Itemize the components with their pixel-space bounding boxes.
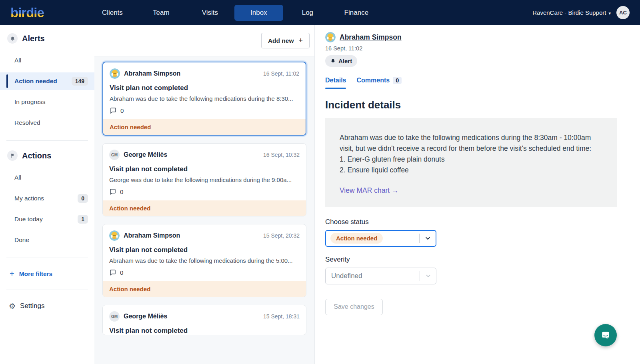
bell-icon: [330, 58, 336, 64]
sidebar-item-alerts-in-progress[interactable]: In progress: [0, 93, 94, 111]
choose-status-label: Choose status: [325, 218, 617, 226]
sidebar-divider: [6, 290, 88, 290]
nav-item-log[interactable]: Log: [283, 5, 332, 21]
sidebar-item-done[interactable]: Done: [0, 231, 94, 249]
client-name-link[interactable]: Abraham Simpson: [340, 33, 402, 42]
comment-icon: [109, 188, 116, 195]
tab-details[interactable]: Details: [325, 77, 346, 89]
comment-count: 0: [120, 269, 123, 276]
card-title: Visit plan not completed: [109, 246, 300, 254]
sidebar-item-my-actions[interactable]: My actions 0: [0, 190, 94, 207]
client-avatar: [109, 230, 120, 241]
view-mar-chart-link[interactable]: View MAR chart →: [340, 186, 399, 195]
settings-button[interactable]: ⚙ Settings: [0, 296, 94, 316]
comment-count: 0: [120, 107, 124, 114]
due-today-count-badge: 1: [78, 215, 88, 224]
card-timestamp: 16 Sept, 10:32: [263, 152, 300, 158]
gear-icon: ⚙: [9, 302, 16, 310]
nav-item-visits[interactable]: Visits: [186, 5, 234, 21]
bell-icon: [7, 33, 18, 44]
more-filters-button[interactable]: + More filters: [0, 264, 94, 284]
chat-widget-button[interactable]: [594, 324, 617, 346]
sidebar-item-alerts-action-needed[interactable]: Action needed 149: [0, 72, 94, 90]
arrow-right-icon: →: [392, 186, 399, 194]
card-title: Visit plan not completed: [110, 84, 299, 92]
card-status-badge: Action needed: [103, 281, 306, 297]
incident-details-box: Abraham was due to take the following me…: [325, 118, 617, 207]
comments-count-badge: 0: [393, 77, 402, 84]
alert-card[interactable]: GM George Méliès 16 Sept, 10:32 Visit pl…: [102, 143, 306, 216]
sidebar-item-alerts-all[interactable]: All: [0, 52, 94, 69]
user-avatar[interactable]: AC: [616, 6, 630, 19]
card-client-name: Abraham Simpson: [124, 232, 180, 239]
client-avatar-initials: GM: [109, 311, 120, 322]
my-actions-count-badge: 0: [78, 194, 88, 203]
card-status-badge: Action needed: [103, 200, 306, 216]
alert-card-list: Abraham Simpson 16 Sept, 11:02 Visit pla…: [94, 56, 314, 364]
card-timestamp: 16 Sept, 11:02: [263, 70, 299, 77]
comment-icon: [109, 269, 116, 276]
card-title: Visit plan not completed: [109, 165, 300, 173]
sidebar-item-due-today[interactable]: Due today 1: [0, 210, 94, 228]
alert-card[interactable]: Abraham Simpson 16 Sept, 11:02 Visit pla…: [102, 62, 306, 136]
comment-icon: [110, 107, 117, 114]
alert-card[interactable]: Abraham Simpson 15 Sept, 20:32 Visit pla…: [102, 224, 306, 297]
filters-sidebar: Alerts All Action needed 149 In progress…: [0, 25, 94, 364]
card-status-badge: Action needed: [103, 119, 306, 135]
card-preview: George was due to take the following med…: [109, 176, 300, 183]
client-avatar-initials: GM: [109, 150, 120, 160]
nav-item-team[interactable]: Team: [137, 5, 186, 21]
client-avatar: [325, 32, 336, 42]
incident-details-heading: Incident details: [325, 99, 617, 111]
org-name: RavenCare - Birdie Support: [532, 9, 606, 16]
alert-card[interactable]: GM George Méliès 15 Sept, 18:31 Visit pl…: [102, 305, 306, 335]
card-client-name: George Méliès: [124, 151, 167, 158]
save-changes-button[interactable]: Save changes: [325, 299, 383, 315]
alert-type-badge: Alert: [325, 55, 357, 67]
status-value-pill: Action needed: [330, 233, 383, 244]
incident-medication-1: 1. Ener-G gluten free plain donuts: [340, 154, 603, 165]
severity-select[interactable]: Undefined: [325, 268, 436, 284]
card-preview: Abraham was due to take the following me…: [109, 257, 300, 264]
alert-list-column: Add new +: [94, 25, 314, 364]
card-client-name: Abraham Simpson: [124, 70, 180, 77]
actions-section-title: Actions: [22, 151, 51, 160]
birdie-logo: birdie: [10, 5, 44, 20]
plus-icon: +: [10, 269, 14, 278]
client-avatar: [110, 68, 120, 79]
tab-comments[interactable]: Comments 0: [356, 77, 402, 89]
severity-value: Undefined: [331, 272, 362, 280]
nav-item-finance[interactable]: Finance: [332, 5, 381, 21]
caret-down-icon: ▾: [608, 11, 611, 16]
sidebar-divider: [6, 258, 88, 258]
plus-icon: +: [298, 36, 303, 45]
severity-label: Severity: [325, 256, 617, 264]
action-needed-count-badge: 149: [72, 77, 88, 86]
flag-icon: [7, 150, 18, 161]
card-title: Visit plan not completed: [109, 327, 300, 335]
incident-medication-2: 2. Ensure liquid coffee: [340, 165, 603, 176]
sidebar-item-actions-all[interactable]: All: [0, 169, 94, 186]
card-timestamp: 15 Sept, 18:31: [263, 313, 300, 320]
alerts-section-title: Alerts: [22, 34, 45, 43]
card-preview: Abraham was due to take the following me…: [110, 95, 299, 102]
alert-timestamp: 16 Sept, 11:02: [325, 45, 617, 52]
add-new-button[interactable]: Add new +: [261, 33, 310, 48]
chat-bubble-icon: [600, 330, 611, 341]
top-navbar: birdie Clients Team Visits Inbox Log Fin…: [0, 0, 640, 25]
card-timestamp: 15 Sept, 20:32: [263, 232, 300, 239]
incident-body: Abraham was due to take the following me…: [340, 132, 603, 154]
nav-item-inbox[interactable]: Inbox: [234, 5, 283, 21]
nav-items: Clients Team Visits Inbox Log Finance: [88, 5, 381, 21]
card-client-name: George Méliès: [124, 313, 167, 320]
tabs-divider: [315, 89, 640, 89]
chevron-down-icon: [420, 235, 436, 241]
comment-count: 0: [120, 188, 123, 195]
org-switcher[interactable]: RavenCare - Birdie Support▾: [532, 9, 611, 16]
nav-item-clients[interactable]: Clients: [88, 5, 137, 21]
sidebar-divider: [6, 140, 88, 141]
alert-detail-panel: Abraham Simpson 16 Sept, 11:02 Alert Det…: [314, 25, 640, 364]
sidebar-item-alerts-resolved[interactable]: Resolved: [0, 114, 94, 132]
chevron-down-icon: [420, 273, 436, 279]
status-select[interactable]: Action needed: [325, 230, 436, 247]
